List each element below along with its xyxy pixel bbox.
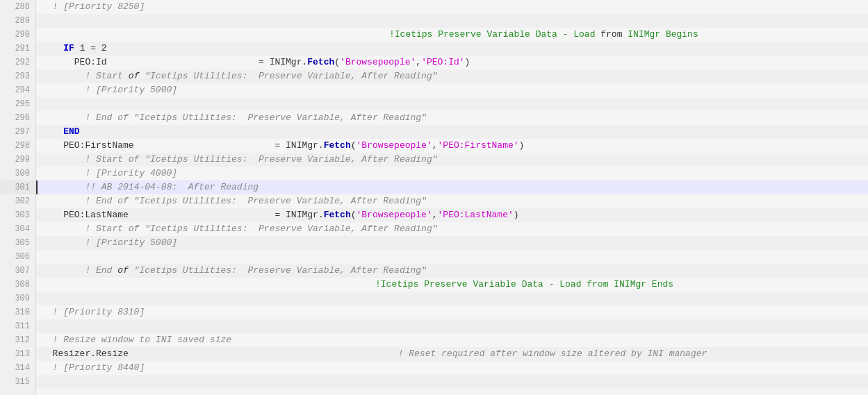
code-text: , bbox=[432, 140, 438, 151]
ln-302: 302 bbox=[0, 194, 35, 208]
code-line-307: ! End of "Icetips Utilities: Preserve Va… bbox=[36, 264, 868, 278]
code-line-310: ! [Priority 8310] bbox=[36, 305, 868, 319]
code-line-298: PEO:FirstName = INIMgr.Fetch('Browsepeop… bbox=[36, 139, 868, 153]
code-text: END bbox=[42, 126, 80, 137]
code-line-296: ! End of "Icetips Utilities: Preserve Va… bbox=[36, 111, 868, 125]
code-text: ( bbox=[334, 57, 340, 67]
ln-298: 298 bbox=[0, 139, 35, 153]
code-text: ! [Priority 8250] bbox=[42, 1, 145, 12]
code-line-302: ! End of "Icetips Utilities: Preserve Va… bbox=[36, 194, 868, 208]
ln-311: 311 bbox=[0, 319, 35, 333]
ln-300: 300 bbox=[0, 167, 35, 180]
code-line-289 bbox=[36, 14, 868, 28]
code-text: 'Browsepeople' bbox=[357, 140, 432, 151]
code-line-290: !Icetips Preserve Variable Data - Load f… bbox=[36, 28, 868, 42]
code-text: ) bbox=[465, 57, 470, 67]
code-line-311 bbox=[36, 319, 868, 333]
ln-305: 305 bbox=[0, 236, 35, 250]
code-editor[interactable]: 288 289 290 291 292 293 294 295 296 297 … bbox=[0, 0, 868, 395]
code-text: ! [Priority 8440] bbox=[42, 362, 145, 373]
ln-312: 312 bbox=[0, 333, 35, 347]
code-text: ! Resize window to INI saved size bbox=[42, 335, 231, 345]
ln-308: 308 bbox=[0, 278, 35, 292]
ln-291: 291 bbox=[0, 42, 35, 56]
code-content-area[interactable]: ! [Priority 8250] !Icetips Preserve Vari… bbox=[36, 0, 868, 395]
code-text: , bbox=[416, 57, 421, 67]
ln-303: 303 bbox=[0, 208, 35, 222]
code-text: ! Start of "Icetips Utilities: Preserve … bbox=[42, 154, 438, 165]
code-text: Fetch bbox=[324, 140, 351, 151]
code-text: ! [Priority 8310] bbox=[42, 307, 145, 317]
ln-313: 313 bbox=[0, 347, 35, 361]
ln-296: 296 bbox=[0, 111, 35, 125]
code-line-313: Resizer.Resize ! Reset required after wi… bbox=[36, 347, 868, 361]
code-text: ! Start of "Icetips Utilities: Preserve … bbox=[42, 224, 438, 234]
code-text: ! [Priority 5000] bbox=[42, 85, 177, 95]
code-text: IF bbox=[42, 43, 74, 53]
code-line-312: ! Resize window to INI saved size bbox=[36, 333, 868, 347]
code-line-288: ! [Priority 8250] bbox=[36, 0, 868, 14]
code-line-306 bbox=[36, 250, 868, 264]
code-text: ( bbox=[351, 210, 357, 220]
code-text: ! Reset required after window size alter… bbox=[134, 348, 707, 359]
code-text: ) bbox=[519, 140, 525, 151]
code-line-295 bbox=[36, 97, 868, 111]
code-text: Fetch bbox=[307, 57, 334, 67]
code-line-305: ! [Priority 5000] bbox=[36, 236, 868, 250]
code-text: Resizer.Resize bbox=[42, 348, 129, 359]
code-text: ! [Priority 5000] bbox=[42, 237, 177, 248]
ln-288: 288 bbox=[0, 0, 35, 14]
code-text: ) bbox=[514, 210, 519, 220]
code-text: 'PEO:Id' bbox=[421, 57, 464, 67]
code-text: PEO:Id = INIMgr. bbox=[42, 57, 307, 67]
code-line-301: !! AB 2014-04-08: After Reading bbox=[36, 180, 868, 194]
code-text: ! Start of "Icetips Utilities: Preserve … bbox=[42, 71, 438, 81]
ln-294: 294 bbox=[0, 83, 35, 97]
code-line-297: END bbox=[36, 125, 868, 139]
code-text: ! End of "Icetips Utilities: Preserve Va… bbox=[42, 112, 427, 123]
code-text: !! AB 2014-04-08: After Reading bbox=[42, 182, 259, 192]
code-line-291: IF 1 = 2 bbox=[36, 42, 868, 56]
code-line-315 bbox=[36, 375, 868, 389]
code-line-292: PEO:Id = INIMgr.Fetch('Browsepeople','PE… bbox=[36, 56, 868, 69]
code-text: PEO:FirstName = INIMgr. bbox=[42, 140, 324, 151]
code-line-309 bbox=[36, 292, 868, 305]
ln-297: 297 bbox=[0, 125, 35, 139]
code-text: ! End of "Icetips Utilities: Preserve Va… bbox=[42, 196, 427, 206]
ln-314: 314 bbox=[0, 361, 35, 375]
code-text: PEO:LastName = INIMgr. bbox=[42, 210, 324, 220]
ln-290: 290 bbox=[0, 28, 35, 42]
code-line-314: ! [Priority 8440] bbox=[36, 361, 868, 375]
ln-304: 304 bbox=[0, 222, 35, 236]
ln-292: 292 bbox=[0, 56, 35, 69]
ln-301: 301 bbox=[0, 180, 35, 194]
code-text: Fetch bbox=[324, 210, 351, 220]
ln-299: 299 bbox=[0, 153, 35, 167]
ln-310: 310 bbox=[0, 305, 35, 319]
code-text: !Icetips Preserve Variable Data - Load f… bbox=[42, 29, 698, 40]
ln-289: 289 bbox=[0, 14, 35, 28]
code-text: ! End of "Icetips Utilities: Preserve Va… bbox=[42, 265, 427, 276]
code-text: ( bbox=[351, 140, 357, 151]
code-text: 'PEO:LastName' bbox=[438, 210, 514, 220]
code-text: 'Browsepeople' bbox=[357, 210, 432, 220]
ln-306: 306 bbox=[0, 250, 35, 264]
ln-309: 309 bbox=[0, 292, 35, 305]
ln-295: 295 bbox=[0, 97, 35, 111]
code-text: ! [Priority 4000] bbox=[42, 168, 177, 178]
code-text: 'PEO:FirstName' bbox=[438, 140, 519, 151]
code-text: , bbox=[432, 210, 438, 220]
ln-307: 307 bbox=[0, 264, 35, 278]
code-text: 'Browsepeople' bbox=[340, 57, 416, 67]
line-numbers: 288 289 290 291 292 293 294 295 296 297 … bbox=[0, 0, 36, 395]
code-text: !Icetips Preserve Variable Data - Load f… bbox=[42, 279, 673, 289]
code-line-303: PEO:LastName = INIMgr.Fetch('Browsepeopl… bbox=[36, 208, 868, 222]
code-line-294: ! [Priority 5000] bbox=[36, 83, 868, 97]
ln-315: 315 bbox=[0, 375, 35, 389]
code-line-293: ! Start of "Icetips Utilities: Preserve … bbox=[36, 69, 868, 83]
code-text: 1 = 2 bbox=[80, 43, 107, 53]
code-line-308: !Icetips Preserve Variable Data - Load f… bbox=[36, 278, 868, 292]
code-line-300: ! [Priority 4000] bbox=[36, 167, 868, 180]
code-line-299: ! Start of "Icetips Utilities: Preserve … bbox=[36, 153, 868, 167]
text-cursor bbox=[36, 180, 38, 194]
